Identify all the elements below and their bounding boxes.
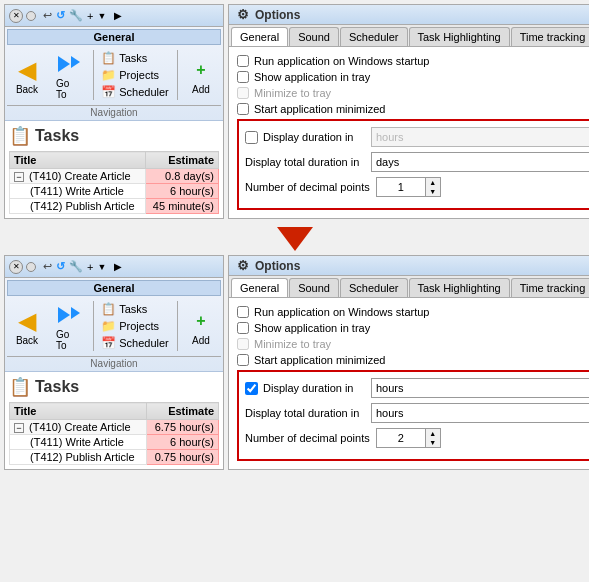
duration-section-bottom: Display duration in hours days minutes D… xyxy=(237,370,589,461)
expand-icon-bottom[interactable]: − xyxy=(14,423,24,433)
tasks-icon-bottom: 📋 xyxy=(101,302,116,316)
display-duration-checkbox-bottom[interactable] xyxy=(245,382,258,395)
display-total-select-bottom[interactable]: days hours minutes xyxy=(371,403,589,423)
projects-small-label-bottom: Projects xyxy=(119,320,159,332)
display-duration-select-top[interactable]: hours xyxy=(371,127,589,147)
tm-close-btn[interactable]: ✕ xyxy=(9,9,23,23)
table-row[interactable]: (T412) Publish Article 45 minute(s) xyxy=(10,199,219,214)
tasks-area-top: 📋 Tasks Title Estimate − xyxy=(5,121,223,218)
spin-down-bottom[interactable]: ▼ xyxy=(426,438,440,447)
goto-button-top[interactable]: Go To xyxy=(49,47,89,103)
checkbox-startup-top[interactable] xyxy=(237,55,249,67)
table-row[interactable]: (T411) Write Article 6 hour(s) xyxy=(10,435,219,450)
add-button-top[interactable]: + Add xyxy=(181,53,221,98)
back-label-top: Back xyxy=(16,84,38,95)
table-row[interactable]: − (T410) Create Article 0.8 day(s) xyxy=(10,169,219,184)
estimate-cell: 6 hour(s) xyxy=(146,435,218,450)
options-tabs-bottom: General Sound Scheduler Task Highlightin… xyxy=(229,276,589,298)
table-row[interactable]: − (T410) Create Article 6.75 hour(s) xyxy=(10,420,219,435)
options-content-bottom: Run application on Windows startup Show … xyxy=(229,298,589,469)
estimate-col-header-bottom: Estimate xyxy=(146,403,218,420)
tm-titlebar-bottom: ✕ ↩ ↺ 🔧 + ▼ ▶ xyxy=(5,256,223,278)
scheduler-small-btn-top[interactable]: 📅 Scheduler xyxy=(97,84,173,100)
checkbox-row-appmin-top: Start application minimized xyxy=(237,103,589,115)
projects-small-label-top: Projects xyxy=(119,69,159,81)
tasks-main-icon-bottom: 📋 xyxy=(9,376,31,398)
options-content-top: Run application on Windows startup Show … xyxy=(229,47,589,218)
tab-timetracking-top[interactable]: Time tracking xyxy=(511,27,589,46)
goto-button-bottom[interactable]: Go To xyxy=(49,298,89,354)
tab-scheduler-bottom[interactable]: Scheduler xyxy=(340,278,408,297)
bottom-panel-row: ✕ ↩ ↺ 🔧 + ▼ ▶ General xyxy=(4,255,585,470)
tm-titlebar-top: ✕ ↩ ↺ 🔧 + ▼ ▶ xyxy=(5,5,223,27)
checkbox-appmin-top[interactable] xyxy=(237,103,249,115)
tab-sound-top[interactable]: Sound xyxy=(289,27,339,46)
tab-timetracking-bottom[interactable]: Time tracking xyxy=(511,278,589,297)
table-row[interactable]: (T412) Publish Article 0.75 hour(s) xyxy=(10,450,219,465)
ribbon-general-label-bottom: General xyxy=(7,280,221,296)
checkbox-tray-bottom[interactable] xyxy=(237,322,249,334)
decimal-spinbox-bottom: ▲ ▼ xyxy=(376,428,441,448)
estimate-col-header-top: Estimate xyxy=(145,152,218,169)
checkbox-minimize-bottom[interactable] xyxy=(237,338,249,350)
ribbon-general-label-top: General xyxy=(7,29,221,45)
spin-arrows-top: ▲ ▼ xyxy=(426,177,441,197)
options-window-bottom: ⚙ Options General Sound Scheduler Task H… xyxy=(228,255,589,470)
tab-scheduler-top[interactable]: Scheduler xyxy=(340,27,408,46)
checkbox-tray-top[interactable] xyxy=(237,71,249,83)
tab-sound-bottom[interactable]: Sound xyxy=(289,278,339,297)
tab-taskhighlighting-bottom[interactable]: Task Highlighting xyxy=(409,278,510,297)
options-window-top: ⚙ Options General Sound Scheduler Task H… xyxy=(228,4,589,219)
spin-up-top[interactable]: ▲ xyxy=(426,178,440,187)
add-button-bottom[interactable]: + Add xyxy=(181,304,221,349)
back-button-top[interactable]: ◀ Back xyxy=(7,53,47,98)
decimal-spinbox-input-top[interactable] xyxy=(376,177,426,197)
back-label-bottom: Back xyxy=(16,335,38,346)
display-duration-checkbox-top[interactable] xyxy=(245,131,258,144)
checkbox-row-minimize-bottom: Minimize to tray xyxy=(237,338,589,350)
checkbox-appmin-bottom[interactable] xyxy=(237,354,249,366)
checkbox-minimize-top[interactable] xyxy=(237,87,249,99)
back-button-bottom[interactable]: ◀ Back xyxy=(7,304,47,349)
add-label-bottom: Add xyxy=(192,335,210,346)
checkbox-tray-label-top: Show application in tray xyxy=(254,71,370,83)
tasks-small-btn-bottom[interactable]: 📋 Tasks xyxy=(97,301,173,317)
options-gear-icon-top: ⚙ xyxy=(235,7,251,23)
task-label-cell: (T411) Write Article xyxy=(10,184,146,199)
display-total-select-top[interactable]: days hours minutes xyxy=(371,152,589,172)
goto-arrow-right xyxy=(58,56,70,72)
title-col-header-top: Title xyxy=(10,152,146,169)
ribbon-buttons-bottom: ◀ Back Go To xyxy=(7,298,221,354)
tasks-main-icon: 📋 xyxy=(9,125,31,147)
spin-down-top[interactable]: ▼ xyxy=(426,187,440,196)
tab-general-bottom[interactable]: General xyxy=(231,278,288,298)
table-row[interactable]: (T411) Write Article 6 hour(s) xyxy=(10,184,219,199)
decimal-spinbox-top: ▲ ▼ xyxy=(376,177,441,197)
tasks-icon: 📋 xyxy=(101,51,116,65)
tab-general-top[interactable]: General xyxy=(231,27,288,47)
estimate-cell: 0.8 day(s) xyxy=(145,169,218,184)
tm-min-btn[interactable] xyxy=(26,11,36,21)
scheduler-small-btn-bottom[interactable]: 📅 Scheduler xyxy=(97,335,173,351)
display-duration-select-bottom[interactable]: hours days minutes xyxy=(371,378,589,398)
tm-min-btn-bottom[interactable] xyxy=(26,262,36,272)
display-total-duration-row-top: Display total duration in days hours min… xyxy=(245,152,589,172)
decimal-spinbox-input-bottom[interactable] xyxy=(376,428,426,448)
add-icon-top: + xyxy=(185,56,217,84)
options-titlebar-top: ⚙ Options xyxy=(229,5,589,25)
projects-small-btn-bottom[interactable]: 📁 Projects xyxy=(97,318,173,334)
task-label-cell: − (T410) Create Article xyxy=(10,169,146,184)
tab-taskhighlighting-top[interactable]: Task Highlighting xyxy=(409,27,510,46)
checkbox-startup-bottom[interactable] xyxy=(237,306,249,318)
expand-icon[interactable]: − xyxy=(14,172,24,182)
spin-up-bottom[interactable]: ▲ xyxy=(426,429,440,438)
tasks-small-label-top: Tasks xyxy=(119,52,147,64)
display-duration-row-top: Display duration in hours xyxy=(245,127,589,147)
scheduler-icon: 📅 xyxy=(101,85,116,99)
tm-close-btn-bottom[interactable]: ✕ xyxy=(9,260,23,274)
tm-ribbon-top: General ◀ Back xyxy=(5,27,223,121)
goto-arrow-right-bottom xyxy=(58,307,70,323)
tasks-small-btn-top[interactable]: 📋 Tasks xyxy=(97,50,173,66)
checkbox-row-startup-top: Run application on Windows startup xyxy=(237,55,589,67)
projects-small-btn-top[interactable]: 📁 Projects xyxy=(97,67,173,83)
